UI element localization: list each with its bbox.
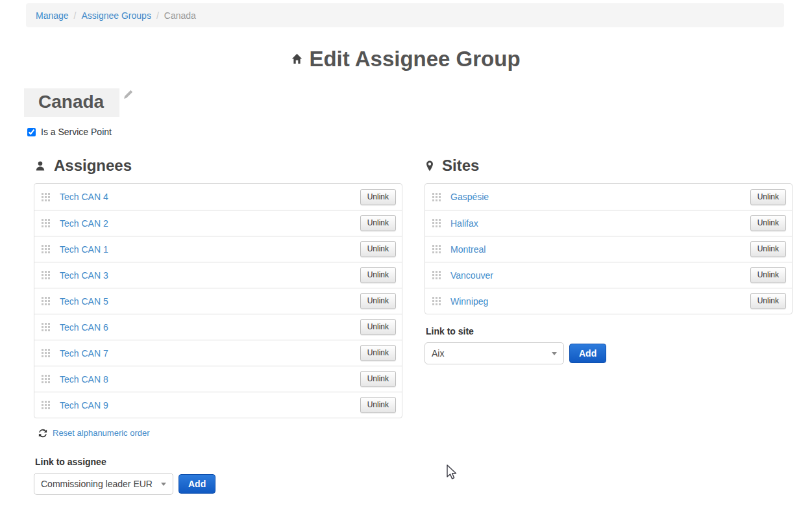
sites-title: Sites [442, 157, 479, 175]
grip-icon[interactable] [42, 349, 50, 357]
site-link[interactable]: Halifax [450, 218, 478, 229]
site-row: Montreal Unlink [425, 236, 792, 262]
breadcrumb: Manage / Assignee Groups / Canada [26, 3, 784, 27]
assignee-row: Tech CAN 7 Unlink [34, 340, 402, 366]
assignee-row: Tech CAN 5 Unlink [34, 288, 402, 314]
assignee-row: Tech CAN 8 Unlink [34, 366, 402, 392]
reset-order-link[interactable]: Reset alphanumeric order [53, 428, 150, 438]
reset-order-row: Reset alphanumeric order [38, 428, 402, 438]
assignee-link[interactable]: Tech CAN 2 [60, 218, 108, 229]
site-link[interactable]: Winnipeg [450, 296, 488, 307]
grip-icon[interactable] [42, 271, 50, 279]
assignees-header: Assignees [35, 157, 402, 175]
unlink-button[interactable]: Unlink [360, 371, 396, 387]
breadcrumb-link-assignee-groups[interactable]: Assignee Groups [81, 10, 151, 21]
assignees-section: Assignees Tech CAN 4 Unlink Tech CAN 2 U… [34, 157, 402, 495]
unlink-button[interactable]: Unlink [750, 241, 786, 257]
assignee-link[interactable]: Tech CAN 7 [60, 348, 108, 359]
map-marker-icon [426, 160, 434, 171]
add-assignee-button[interactable]: Add [178, 474, 215, 494]
page-title: Edit Assignee Group [0, 47, 812, 71]
add-site-button[interactable]: Add [569, 344, 606, 363]
assignee-link[interactable]: Tech CAN 6 [60, 322, 108, 333]
link-to-assignee-label: Link to assignee [35, 457, 402, 467]
unlink-button[interactable]: Unlink [360, 215, 396, 231]
caret-down-icon [552, 352, 557, 355]
mouse-cursor [445, 464, 458, 484]
assignee-row: Tech CAN 6 Unlink [34, 314, 402, 340]
sites-header: Sites [426, 157, 793, 175]
pencil-icon[interactable] [123, 90, 133, 102]
unlink-button[interactable]: Unlink [360, 293, 396, 309]
assignee-link[interactable]: Tech CAN 4 [60, 192, 108, 202]
group-name-block: Canada [24, 88, 133, 117]
site-link[interactable]: Montreal [450, 244, 486, 255]
unlink-button[interactable]: Unlink [360, 397, 396, 413]
site-row: Winnipeg Unlink [425, 288, 792, 314]
grip-icon[interactable] [42, 193, 50, 201]
assignees-title: Assignees [54, 157, 132, 175]
grip-icon[interactable] [432, 245, 441, 253]
page-title-text: Edit Assignee Group [309, 47, 520, 71]
assignee-link[interactable]: Tech CAN 9 [60, 400, 108, 411]
assignees-list: Tech CAN 4 Unlink Tech CAN 2 Unlink Tech… [34, 183, 402, 418]
assignee-link[interactable]: Tech CAN 8 [60, 374, 108, 385]
grip-icon[interactable] [42, 219, 50, 227]
unlink-button[interactable]: Unlink [360, 189, 396, 205]
grip-icon[interactable] [42, 323, 50, 331]
unlink-button[interactable]: Unlink [750, 215, 786, 231]
site-row: Gaspésie Unlink [425, 184, 792, 210]
group-name: Canada [24, 88, 119, 117]
refresh-icon [38, 429, 47, 438]
site-row: Halifax Unlink [425, 210, 792, 236]
grip-icon[interactable] [432, 193, 441, 201]
grip-icon[interactable] [432, 219, 441, 227]
breadcrumb-link-manage[interactable]: Manage [36, 10, 69, 21]
grip-icon[interactable] [42, 401, 50, 409]
service-point-label: Is a Service Point [41, 127, 112, 137]
assignee-link[interactable]: Tech CAN 3 [60, 270, 108, 281]
unlink-button[interactable]: Unlink [360, 267, 396, 283]
assignee-row: Tech CAN 4 Unlink [34, 184, 402, 210]
assignee-row: Tech CAN 3 Unlink [34, 262, 402, 288]
grip-icon[interactable] [42, 375, 50, 383]
site-row: Vancouver Unlink [425, 262, 792, 288]
service-point-checkbox[interactable] [27, 128, 36, 136]
grip-icon[interactable] [432, 297, 441, 305]
breadcrumb-separator: / [156, 10, 159, 21]
link-to-site-block: Link to site Aix Add [424, 326, 793, 364]
site-select[interactable]: Aix [424, 342, 564, 364]
unlink-button[interactable]: Unlink [360, 241, 396, 257]
site-link[interactable]: Vancouver [450, 270, 493, 281]
grip-icon[interactable] [432, 271, 441, 279]
person-icon [35, 160, 45, 171]
assignee-row: Tech CAN 2 Unlink [34, 210, 402, 236]
service-point-row: Is a Service Point [27, 127, 112, 137]
grip-icon[interactable] [42, 245, 50, 253]
breadcrumb-separator: / [74, 10, 77, 21]
grip-icon[interactable] [42, 297, 50, 305]
link-to-assignee-block: Link to assignee Commissioning leader EU… [34, 457, 402, 495]
unlink-button[interactable]: Unlink [750, 189, 786, 205]
unlink-button[interactable]: Unlink [360, 345, 396, 361]
unlink-button[interactable]: Unlink [750, 267, 786, 283]
site-select-value: Aix [432, 348, 444, 359]
assignee-row: Tech CAN 9 Unlink [34, 392, 402, 418]
assignee-select-value: Commissioning leader EUR [41, 479, 153, 489]
home-icon [291, 53, 302, 64]
caret-down-icon [161, 483, 166, 486]
site-link[interactable]: Gaspésie [450, 192, 489, 202]
assignee-link[interactable]: Tech CAN 5 [60, 296, 108, 307]
breadcrumb-current: Canada [164, 10, 196, 21]
assignee-select[interactable]: Commissioning leader EUR [34, 473, 173, 495]
unlink-button[interactable]: Unlink [750, 293, 786, 309]
assignee-link[interactable]: Tech CAN 1 [60, 244, 108, 255]
sites-section: Sites Gaspésie Unlink Halifax Unlink Mon… [424, 157, 793, 364]
unlink-button[interactable]: Unlink [360, 319, 396, 335]
sites-list: Gaspésie Unlink Halifax Unlink Montreal … [424, 183, 793, 314]
link-to-site-label: Link to site [426, 326, 793, 336]
assignee-row: Tech CAN 1 Unlink [34, 236, 402, 262]
